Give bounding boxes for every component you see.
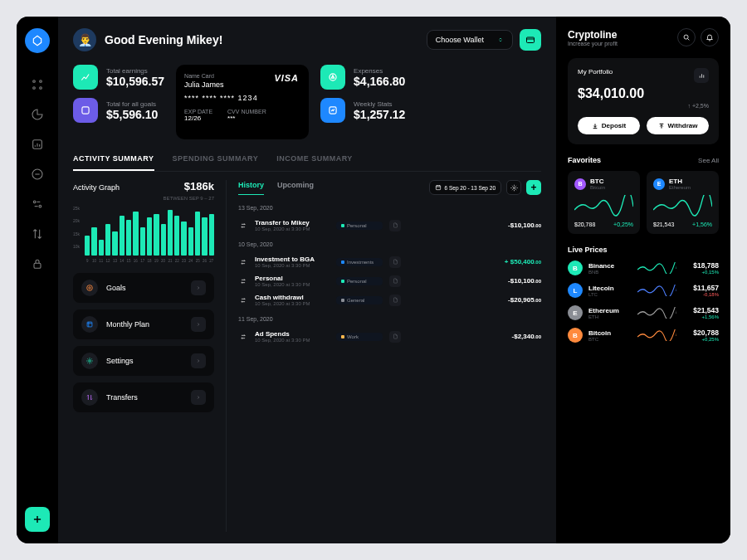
attachment-icon[interactable] (389, 256, 401, 268)
svg-rect-9 (527, 37, 535, 43)
stat-goals: Total for all goals$5,596.10 (73, 98, 164, 123)
card-number: **** **** **** 1234 (184, 94, 300, 102)
attachment-icon[interactable] (389, 220, 401, 231)
favorites-list: BBTCBitcoin$20,788+0,25%EETHEthereum$21,… (568, 171, 719, 234)
svg-point-6 (33, 201, 36, 203)
fab-add-button[interactable] (25, 507, 50, 532)
menu-icon (81, 280, 98, 296)
bar (209, 214, 214, 256)
live-price-row-bnb[interactable]: BBinanceBNB$18,788+0,15% (568, 261, 719, 275)
live-price-row-eth[interactable]: EEthereumETH$21,543+1,56% (568, 305, 719, 320)
transaction-list: 13 Sep, 2020Transfer to Mikey10 Sep, 202… (238, 205, 541, 346)
attachment-icon[interactable] (389, 295, 401, 306)
category-tag: Investments (336, 258, 383, 266)
greeting-text: Good Evening Mikey! (105, 33, 222, 46)
notifications-button[interactable] (701, 28, 719, 46)
transfer-icon (238, 296, 248, 304)
aside-brand: Cryptoline (568, 29, 618, 41)
transaction-row[interactable]: Cash withdrawl10 Sep, 2020 at 3:30 PMGen… (238, 290, 541, 309)
wallet-card-button[interactable] (520, 29, 541, 51)
quick-menu: GoalsMonthly PlanSettingsTransfers (73, 273, 214, 412)
wallet-selector[interactable]: Choose Wallet (427, 30, 513, 50)
transaction-row[interactable]: Investment to BGA10 Sep, 2020 at 3:30 PM… (238, 252, 541, 271)
nav-dashboard-icon[interactable] (31, 78, 44, 91)
favorite-card-btc[interactable]: BBTCBitcoin$20,788+0,25% (568, 171, 640, 234)
bar (168, 210, 173, 256)
nav-transfer-icon[interactable] (31, 227, 44, 241)
nav-reports-icon[interactable] (31, 138, 44, 151)
transaction-row[interactable]: Transfer to Mikey10 Sep, 2020 at 3:30 PM… (238, 216, 541, 235)
portfolio-chart-button[interactable] (694, 68, 709, 83)
bar (126, 220, 131, 256)
menu-icon (81, 316, 98, 333)
nav-lock-icon[interactable] (31, 257, 44, 270)
sparkline (637, 262, 676, 274)
chart-yaxis: 25k20k15k10k (73, 206, 80, 256)
portfolio-card: My Portfolio $34,010.00 ↑ +2,5% Deposit … (568, 58, 719, 144)
coin-icon: E (653, 178, 665, 190)
nav-chat-icon[interactable] (31, 168, 44, 181)
brand-logo[interactable] (25, 28, 50, 53)
add-transaction-button[interactable]: + (526, 180, 541, 195)
nav (31, 78, 44, 270)
aside-tagline: Increase your profit (568, 41, 618, 46)
tab-spending[interactable]: SPENDING SUMMARY (173, 154, 259, 171)
sparkline (637, 307, 676, 319)
search-button[interactable] (677, 28, 696, 46)
history-tab-upcoming[interactable]: Upcoming (277, 181, 314, 195)
chevron-right-icon (191, 390, 206, 405)
deposit-button[interactable]: Deposit (578, 117, 640, 134)
transaction-row[interactable]: Ad Spends10 Sep, 2020 at 3:30 PMWork-$2,… (238, 327, 541, 346)
withdraw-button[interactable]: Withdraw (647, 117, 709, 134)
transaction-amount: + $50,400.00 (505, 258, 541, 265)
tab-income[interactable]: INCOME SUMMARY (276, 154, 353, 171)
live-price-row-ltc[interactable]: LLitecoinLTC$11,657-0,18% (568, 283, 719, 298)
nav-analytics-icon[interactable] (31, 108, 44, 121)
svg-rect-15 (87, 322, 92, 327)
bar (154, 214, 159, 256)
transaction-amount: -$10,100.00 (508, 277, 541, 285)
sparkline (637, 285, 676, 296)
download-icon (592, 123, 598, 129)
history-tab-history[interactable]: History (238, 181, 264, 195)
menu-item-monthly-plan[interactable]: Monthly Plan (73, 309, 214, 339)
chevron-right-icon (191, 317, 206, 332)
history-panel: History Upcoming 6 Sep 20 - 13 Sep 20 + … (226, 180, 541, 532)
category-tag: General (336, 296, 383, 304)
attachment-icon[interactable] (389, 275, 401, 287)
aside-panel: Cryptoline Increase your profit My Portf… (556, 17, 730, 543)
app-shell: 👨‍💼 Good Evening Mikey! Choose Wallet To… (17, 17, 730, 543)
nav-settings-icon[interactable] (31, 197, 44, 211)
coin-icon: B (568, 261, 583, 275)
avatar[interactable]: 👨‍💼 (73, 28, 96, 51)
transfer-icon (238, 333, 248, 341)
svg-point-3 (40, 87, 42, 90)
activity-graph-panel: Activity Graph$186k BETWEEN SEP 9 – 27 2… (73, 180, 214, 532)
tab-activity[interactable]: ACTIVITY SUMMARY (73, 154, 154, 171)
see-all-link[interactable]: See All (698, 157, 719, 164)
bar-chart-icon (698, 72, 706, 80)
menu-item-transfers[interactable]: Transfers (73, 382, 214, 412)
credit-card: VISA Name Card Julia James **** **** ***… (176, 65, 309, 139)
settings-button[interactable] (506, 180, 521, 195)
sparkline (574, 195, 633, 217)
bar (133, 212, 138, 256)
svg-point-14 (89, 287, 91, 290)
section-date: 10 Sep, 2020 (238, 241, 541, 247)
menu-item-goals[interactable]: Goals (73, 273, 214, 303)
live-price-row-btc[interactable]: BBitcoinBTC$20,788+0,25% (568, 328, 719, 343)
search-icon (682, 33, 691, 41)
transaction-row[interactable]: Personal10 Sep, 2020 at 3:30 PMPersonal-… (238, 271, 541, 290)
menu-item-settings[interactable]: Settings (73, 346, 214, 376)
bar (147, 217, 152, 256)
chart-icon (73, 65, 98, 90)
wallet-selector-label: Choose Wallet (436, 36, 484, 44)
bar (112, 231, 117, 256)
expense-icon (320, 65, 345, 90)
bar (161, 224, 166, 256)
attachment-icon[interactable] (389, 331, 401, 343)
date-range-picker[interactable]: 6 Sep 20 - 13 Sep 20 (429, 180, 501, 195)
favorite-card-eth[interactable]: EETHEthereum$21,543+1,56% (647, 171, 719, 234)
svg-rect-8 (34, 263, 41, 268)
updown-icon (497, 37, 504, 43)
